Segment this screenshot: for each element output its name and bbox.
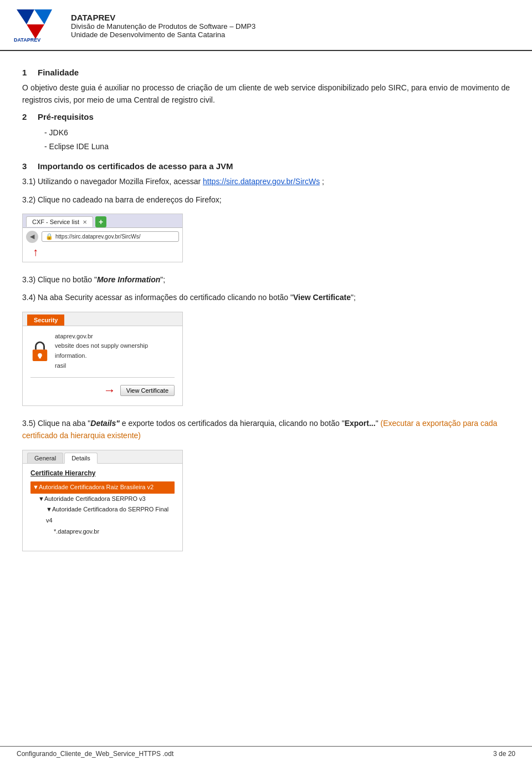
section1-heading: 1 Finalidade	[22, 68, 510, 77]
page-header: DATAPREV DATAPREV Divisão de Manutenção …	[0, 0, 532, 51]
address-text: https://sirc.dataprev.gov.br/SircWs/	[55, 234, 141, 240]
page-footer: Configurando_Cliente_de_Web_Service_HTTP…	[0, 746, 532, 761]
section1-title: Finalidade	[38, 68, 79, 77]
firefox-tab-label: CXF - Service list	[32, 219, 79, 225]
step3-4-end: ";	[351, 293, 356, 302]
security-divider	[30, 377, 175, 378]
section3-title: Importando os certificados de acesso par…	[38, 161, 233, 171]
security-tab-label: Security	[34, 317, 58, 323]
footer-right: 3 de 20	[493, 750, 515, 758]
step3-3-pre: 3.3) Clique no botão "	[22, 275, 97, 284]
step3-3-bold: More Information	[97, 275, 160, 284]
step3-5-mid: e exporte todos os certificados da hiera…	[120, 419, 345, 428]
security-lock-area: ataprev.gov.br vebsite does not supply o…	[23, 326, 182, 375]
section2-title: Pré-requisitos	[38, 112, 94, 121]
security-info2: rasil	[55, 361, 175, 371]
cert-item-3-label: *.dataprev.gov.br	[54, 526, 99, 537]
cert-item-0: ▼Autoridade Certificadora Raiz Brasileir…	[30, 481, 175, 494]
firefox-address-bar: ◀ 🔒 https://sirc.dataprev.gov.br/SircWs/	[23, 228, 182, 246]
cert-tab-details[interactable]: Details	[64, 453, 98, 464]
step3-5-pre: 3.5) Clique na aba "	[22, 419, 90, 428]
step3-2-text: 3.2) Clique no cadeado na barra de ender…	[22, 195, 222, 204]
cert-content: Certificate Hierarchy ▼Autoridade Certif…	[23, 464, 182, 543]
red-arrow-icon: ↑	[33, 246, 38, 258]
step3-5-end: "	[376, 419, 381, 428]
cert-item-2: ▼Autoridade Certificadora do SERPRO Fina…	[46, 504, 175, 526]
security-tab: Security	[27, 314, 64, 326]
step3-4: 3.4) Na aba Security acessar as informaç…	[22, 291, 510, 303]
cert-item-1: ▼Autoridade Certificadora SERPRO v3	[38, 494, 175, 505]
cert-item-1-label: ▼Autoridade Certificadora SERPRO v3	[38, 494, 146, 505]
cert-tree: ▼Autoridade Certificadora Raiz Brasileir…	[30, 481, 175, 537]
firefox-screenshot: CXF - Service list ✕ + ◀ 🔒 https://sirc.…	[22, 214, 183, 262]
header-line2: Unidade de Desenvolvimento de Santa Cata…	[71, 31, 255, 39]
firefox-tab-bar: CXF - Service list ✕ +	[23, 214, 182, 228]
step3-5-bold2: Export...	[345, 419, 376, 428]
step3-4-pre: 3.4) Na aba Security acessar as informaç…	[22, 293, 293, 302]
step3-1-end: ;	[322, 177, 324, 186]
cert-tabs-bar: General Details	[23, 450, 182, 464]
step3-4-bold: View Certificate	[293, 293, 351, 302]
security-screenshot: Security ataprev.gov.br vebsite does not…	[22, 312, 183, 406]
svg-text:DATAPREV: DATAPREV	[14, 37, 40, 43]
header-text: DATAPREV Divisão de Manutenção de Produt…	[71, 13, 255, 39]
lock-icon: 🔒	[45, 233, 53, 240]
view-certificate-button[interactable]: View Certificate	[120, 385, 175, 396]
step3-5: 3.5) Clique na aba "Details" e exporte t…	[22, 417, 510, 442]
main-content: 1 Finalidade O objetivo deste guia é aux…	[0, 51, 532, 596]
header-line1: Divisão de Manutenção de Produtos de Sof…	[71, 22, 255, 31]
section2-num: 2	[22, 112, 31, 121]
section3-num: 3	[22, 161, 31, 171]
security-lock-icon	[30, 339, 49, 363]
security-info1: vebsite does not supply ownership inform…	[55, 341, 175, 361]
prereq-item-1: - JDK6	[44, 126, 510, 140]
security-domain: ataprev.gov.br	[55, 332, 175, 342]
cert-tab-general[interactable]: General	[27, 453, 63, 463]
cert-item-0-label: ▼Autoridade Certificadora Raiz Brasileir…	[33, 482, 154, 493]
step3-1-text: 3.1) Utilizando o navegador Mozilla Fire…	[22, 177, 203, 186]
cert-hierarchy-label: Certificate Hierarchy	[30, 469, 175, 477]
section3-heading: 3 Importando os certificados de acesso p…	[22, 161, 510, 171]
back-button[interactable]: ◀	[26, 231, 38, 243]
prereq-list: - JDK6 - Eclipse IDE Luna	[44, 126, 510, 154]
dataprev-logo: DATAPREV	[11, 7, 58, 43]
view-cert-row: → View Certificate	[23, 380, 182, 400]
sirc-link[interactable]: https://sirc.dataprev.gov.br/SircWs	[203, 177, 320, 186]
step3-1: 3.1) Utilizando o navegador Mozilla Fire…	[22, 175, 510, 187]
red-arrow-area: ↑	[23, 246, 182, 262]
view-cert-arrow-icon: →	[104, 383, 116, 398]
tab-close-icon: ✕	[83, 219, 87, 225]
section2-heading: 2 Pré-requisitos	[22, 112, 510, 121]
security-info-text: ataprev.gov.br vebsite does not supply o…	[55, 332, 175, 371]
step3-3-end: ";	[160, 275, 165, 284]
step3-2: 3.2) Clique no cadeado na barra de ender…	[22, 194, 510, 206]
new-tab-button[interactable]: +	[95, 216, 106, 227]
firefox-tab: CXF - Service list ✕	[26, 216, 93, 227]
header-org: DATAPREV	[71, 13, 255, 22]
step3-3: 3.3) Clique no botão "More Information";	[22, 273, 510, 286]
step3-5-bold: Details"	[90, 419, 120, 428]
prereq-item-2: - Eclipse IDE Luna	[44, 140, 510, 154]
svg-rect-7	[39, 355, 41, 358]
address-bar[interactable]: 🔒 https://sirc.dataprev.gov.br/SircWs/	[42, 231, 179, 242]
cert-hierarchy-screenshot: General Details Certificate Hierarchy ▼A…	[22, 450, 183, 551]
security-tab-bar: Security	[23, 312, 182, 326]
cert-item-2-label: ▼Autoridade Certificadora do SERPRO Fina…	[46, 504, 175, 526]
cert-item-3: *.dataprev.gov.br	[54, 526, 175, 537]
footer-left: Configurando_Cliente_de_Web_Service_HTTP…	[17, 750, 173, 758]
section1-body: O objetivo deste guia é auxiliar no proc…	[22, 82, 510, 106]
logo-area: DATAPREV	[11, 7, 61, 44]
section1-num: 1	[22, 68, 31, 77]
